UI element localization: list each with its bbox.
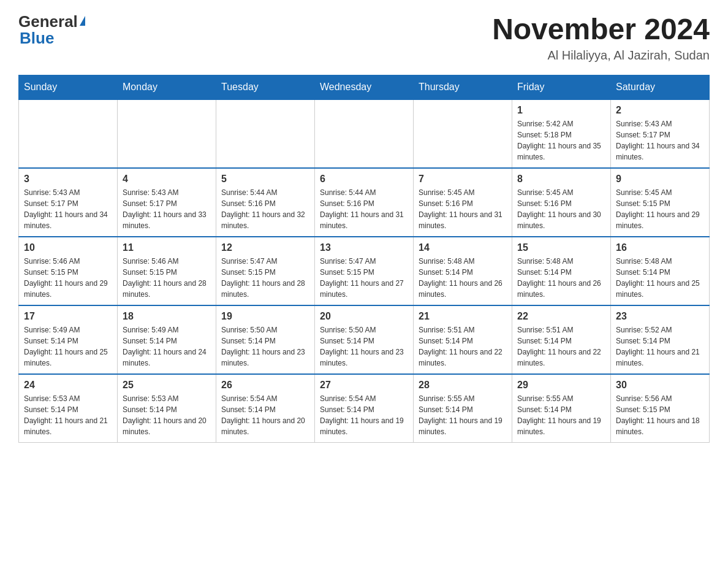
day-info: Sunrise: 5:54 AMSunset: 5:14 PMDaylight:… bbox=[221, 393, 309, 437]
day-number: 13 bbox=[320, 242, 408, 253]
day-number: 4 bbox=[123, 174, 211, 185]
day-number: 23 bbox=[616, 311, 704, 322]
calendar-cell: 13Sunrise: 5:47 AMSunset: 5:15 PMDayligh… bbox=[315, 237, 414, 305]
calendar-cell: 24Sunrise: 5:53 AMSunset: 5:14 PMDayligh… bbox=[19, 374, 118, 443]
weekday-header-tuesday: Tuesday bbox=[216, 75, 315, 100]
calendar-cell: 19Sunrise: 5:50 AMSunset: 5:14 PMDayligh… bbox=[216, 305, 315, 374]
calendar-cell bbox=[315, 99, 414, 168]
calendar-cell: 20Sunrise: 5:50 AMSunset: 5:14 PMDayligh… bbox=[315, 305, 414, 374]
calendar-cell: 25Sunrise: 5:53 AMSunset: 5:14 PMDayligh… bbox=[118, 374, 216, 443]
day-info: Sunrise: 5:49 AMSunset: 5:14 PMDaylight:… bbox=[123, 324, 211, 369]
day-info: Sunrise: 5:51 AMSunset: 5:14 PMDaylight:… bbox=[419, 324, 507, 369]
day-number: 10 bbox=[24, 242, 112, 253]
calendar-cell: 1Sunrise: 5:42 AMSunset: 5:18 PMDaylight… bbox=[512, 99, 611, 168]
week-row-3: 10Sunrise: 5:46 AMSunset: 5:15 PMDayligh… bbox=[19, 237, 710, 305]
day-info: Sunrise: 5:53 AMSunset: 5:14 PMDaylight:… bbox=[24, 393, 112, 437]
calendar-cell: 3Sunrise: 5:43 AMSunset: 5:17 PMDaylight… bbox=[19, 168, 118, 237]
calendar-cell: 5Sunrise: 5:44 AMSunset: 5:16 PMDaylight… bbox=[216, 168, 315, 237]
day-number: 14 bbox=[419, 242, 507, 253]
calendar-cell: 28Sunrise: 5:55 AMSunset: 5:14 PMDayligh… bbox=[414, 374, 512, 443]
calendar-cell: 7Sunrise: 5:45 AMSunset: 5:16 PMDaylight… bbox=[414, 168, 512, 237]
day-number: 8 bbox=[517, 174, 605, 185]
weekday-header-thursday: Thursday bbox=[414, 75, 512, 100]
calendar-cell bbox=[414, 99, 512, 168]
day-number: 5 bbox=[221, 174, 309, 185]
day-number: 15 bbox=[517, 242, 605, 253]
day-number: 9 bbox=[616, 174, 704, 185]
day-number: 25 bbox=[123, 380, 211, 391]
day-info: Sunrise: 5:56 AMSunset: 5:15 PMDaylight:… bbox=[616, 393, 704, 437]
calendar-cell: 22Sunrise: 5:51 AMSunset: 5:14 PMDayligh… bbox=[512, 305, 611, 374]
day-info: Sunrise: 5:55 AMSunset: 5:14 PMDaylight:… bbox=[517, 393, 605, 437]
page-header: General Blue November 2024 Al Hilaliyya,… bbox=[18, 12, 710, 63]
calendar-cell bbox=[19, 99, 118, 168]
day-info: Sunrise: 5:43 AMSunset: 5:17 PMDaylight:… bbox=[24, 187, 112, 231]
day-info: Sunrise: 5:52 AMSunset: 5:14 PMDaylight:… bbox=[616, 324, 704, 369]
day-info: Sunrise: 5:48 AMSunset: 5:14 PMDaylight:… bbox=[616, 256, 704, 300]
logo-blue-text: Blue bbox=[18, 29, 54, 48]
day-info: Sunrise: 5:47 AMSunset: 5:15 PMDaylight:… bbox=[221, 256, 309, 300]
day-info: Sunrise: 5:43 AMSunset: 5:17 PMDaylight:… bbox=[616, 118, 704, 163]
weekday-header-saturday: Saturday bbox=[611, 75, 710, 100]
calendar-cell: 21Sunrise: 5:51 AMSunset: 5:14 PMDayligh… bbox=[414, 305, 512, 374]
weekday-header-sunday: Sunday bbox=[19, 75, 118, 100]
calendar-cell: 23Sunrise: 5:52 AMSunset: 5:14 PMDayligh… bbox=[611, 305, 710, 374]
calendar-cell: 18Sunrise: 5:49 AMSunset: 5:14 PMDayligh… bbox=[118, 305, 216, 374]
day-info: Sunrise: 5:51 AMSunset: 5:14 PMDaylight:… bbox=[517, 324, 605, 369]
day-info: Sunrise: 5:44 AMSunset: 5:16 PMDaylight:… bbox=[320, 187, 408, 231]
weekday-header-row: SundayMondayTuesdayWednesdayThursdayFrid… bbox=[19, 75, 710, 100]
calendar-title: November 2024 bbox=[492, 12, 710, 46]
day-number: 3 bbox=[24, 174, 112, 185]
day-info: Sunrise: 5:47 AMSunset: 5:15 PMDaylight:… bbox=[320, 256, 408, 300]
calendar-cell: 26Sunrise: 5:54 AMSunset: 5:14 PMDayligh… bbox=[216, 374, 315, 443]
day-number: 20 bbox=[320, 311, 408, 322]
day-number: 6 bbox=[320, 174, 408, 185]
calendar-cell: 12Sunrise: 5:47 AMSunset: 5:15 PMDayligh… bbox=[216, 237, 315, 305]
calendar-cell: 29Sunrise: 5:55 AMSunset: 5:14 PMDayligh… bbox=[512, 374, 611, 443]
calendar-cell: 17Sunrise: 5:49 AMSunset: 5:14 PMDayligh… bbox=[19, 305, 118, 374]
day-info: Sunrise: 5:48 AMSunset: 5:14 PMDaylight:… bbox=[517, 256, 605, 300]
day-number: 21 bbox=[419, 311, 507, 322]
week-row-1: 1Sunrise: 5:42 AMSunset: 5:18 PMDaylight… bbox=[19, 99, 710, 168]
day-number: 16 bbox=[616, 242, 704, 253]
calendar-cell: 30Sunrise: 5:56 AMSunset: 5:15 PMDayligh… bbox=[611, 374, 710, 443]
calendar-cell: 27Sunrise: 5:54 AMSunset: 5:14 PMDayligh… bbox=[315, 374, 414, 443]
day-info: Sunrise: 5:45 AMSunset: 5:16 PMDaylight:… bbox=[517, 187, 605, 231]
weekday-header-monday: Monday bbox=[118, 75, 216, 100]
week-row-2: 3Sunrise: 5:43 AMSunset: 5:17 PMDaylight… bbox=[19, 168, 710, 237]
day-info: Sunrise: 5:50 AMSunset: 5:14 PMDaylight:… bbox=[320, 324, 408, 369]
day-number: 19 bbox=[221, 311, 309, 322]
day-number: 29 bbox=[517, 380, 605, 391]
day-number: 28 bbox=[419, 380, 507, 391]
weekday-header-wednesday: Wednesday bbox=[315, 75, 414, 100]
calendar-subtitle: Al Hilaliyya, Al Jazirah, Sudan bbox=[492, 48, 710, 63]
day-number: 11 bbox=[123, 242, 211, 253]
calendar-cell: 9Sunrise: 5:45 AMSunset: 5:15 PMDaylight… bbox=[611, 168, 710, 237]
day-info: Sunrise: 5:50 AMSunset: 5:14 PMDaylight:… bbox=[221, 324, 309, 369]
day-number: 30 bbox=[616, 380, 704, 391]
title-block: November 2024 Al Hilaliyya, Al Jazirah, … bbox=[492, 12, 710, 63]
day-number: 7 bbox=[419, 174, 507, 185]
day-info: Sunrise: 5:44 AMSunset: 5:16 PMDaylight:… bbox=[221, 187, 309, 231]
day-number: 12 bbox=[221, 242, 309, 253]
day-number: 26 bbox=[221, 380, 309, 391]
calendar-cell: 11Sunrise: 5:46 AMSunset: 5:15 PMDayligh… bbox=[118, 237, 216, 305]
day-number: 27 bbox=[320, 380, 408, 391]
calendar-table: SundayMondayTuesdayWednesdayThursdayFrid… bbox=[18, 75, 710, 443]
logo: General Blue bbox=[18, 12, 85, 48]
day-number: 17 bbox=[24, 311, 112, 322]
calendar-cell: 2Sunrise: 5:43 AMSunset: 5:17 PMDaylight… bbox=[611, 99, 710, 168]
calendar-cell bbox=[216, 99, 315, 168]
week-row-5: 24Sunrise: 5:53 AMSunset: 5:14 PMDayligh… bbox=[19, 374, 710, 443]
day-number: 1 bbox=[517, 105, 605, 116]
day-number: 22 bbox=[517, 311, 605, 322]
day-info: Sunrise: 5:45 AMSunset: 5:15 PMDaylight:… bbox=[616, 187, 704, 231]
calendar-cell: 4Sunrise: 5:43 AMSunset: 5:17 PMDaylight… bbox=[118, 168, 216, 237]
calendar-cell: 15Sunrise: 5:48 AMSunset: 5:14 PMDayligh… bbox=[512, 237, 611, 305]
day-info: Sunrise: 5:46 AMSunset: 5:15 PMDaylight:… bbox=[123, 256, 211, 300]
day-info: Sunrise: 5:43 AMSunset: 5:17 PMDaylight:… bbox=[123, 187, 211, 231]
weekday-header-friday: Friday bbox=[512, 75, 611, 100]
calendar-cell: 16Sunrise: 5:48 AMSunset: 5:14 PMDayligh… bbox=[611, 237, 710, 305]
day-info: Sunrise: 5:42 AMSunset: 5:18 PMDaylight:… bbox=[517, 118, 605, 163]
calendar-cell: 8Sunrise: 5:45 AMSunset: 5:16 PMDaylight… bbox=[512, 168, 611, 237]
